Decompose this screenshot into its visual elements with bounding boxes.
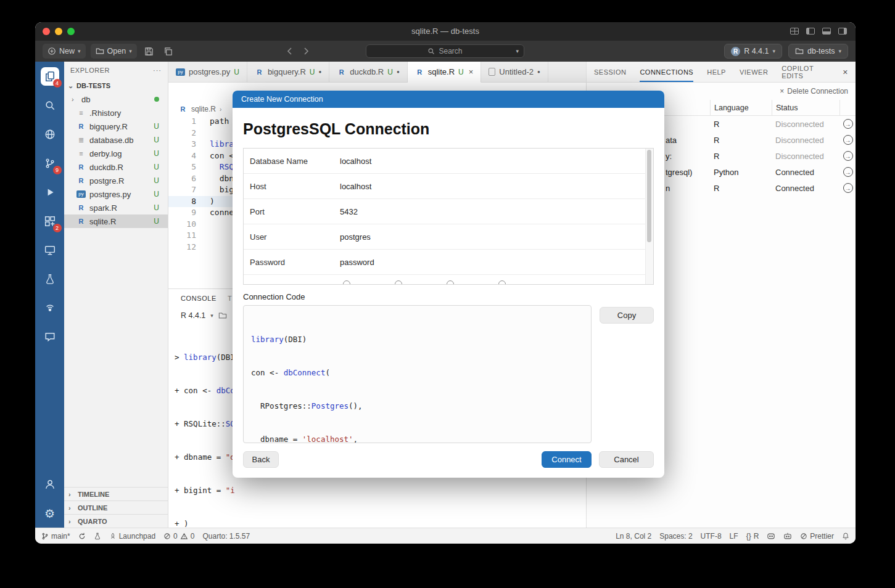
explorer-item-derby[interactable]: ≡ derby.log U	[64, 147, 168, 160]
interpreter-selector[interactable]: R R 4.4.1 ▾	[724, 44, 782, 59]
section-quarto[interactable]: › QUARTO	[64, 514, 168, 528]
save-all-button[interactable]	[161, 47, 175, 56]
tab-copilot-edits[interactable]: COPILOT EDITS	[782, 62, 829, 82]
feedback-status[interactable]	[783, 533, 792, 540]
explorer-item-spark[interactable]: R spark.R U	[64, 201, 168, 214]
password-field[interactable]: password	[340, 258, 374, 267]
section-outline[interactable]: › OUTLINE	[64, 500, 168, 514]
delete-connection-button[interactable]: Delete Connection	[787, 87, 848, 96]
copy-button[interactable]: Copy	[600, 307, 654, 324]
forward-icon[interactable]	[302, 47, 310, 55]
breadcrumb-file: sqlite.R	[191, 105, 216, 113]
quarto-status[interactable]: Quarto: 1.5.57	[202, 532, 250, 541]
modified-dot-icon[interactable]: ●	[537, 69, 540, 75]
cancel-button[interactable]: Cancel	[599, 451, 654, 468]
new-button[interactable]: New ▾	[43, 44, 86, 59]
explorer-item-bigquery[interactable]: R bigquery.R U	[64, 120, 168, 133]
close-panel-icon[interactable]: ×	[843, 62, 848, 82]
extensions-activity-button[interactable]: 2	[41, 212, 59, 231]
open-connection-icon[interactable]: →	[843, 167, 853, 177]
problems-status[interactable]: 0 0	[163, 532, 194, 541]
indentation-setting[interactable]: Spaces: 2	[659, 532, 692, 541]
explorer-item-duckdb[interactable]: R duckdb.R U	[64, 160, 168, 174]
launchpad-button[interactable]: Launchpad	[109, 532, 155, 541]
layout-grid-icon[interactable]	[790, 28, 799, 35]
copilot-status[interactable]	[767, 533, 775, 540]
port-field[interactable]: 5432	[340, 207, 358, 216]
chat-activity-button[interactable]	[41, 328, 59, 346]
session-status[interactable]	[94, 533, 101, 540]
language-mode[interactable]: {} R	[746, 532, 759, 541]
connect-button[interactable]: Connect	[542, 451, 592, 468]
encoding-setting[interactable]: UTF-8	[701, 532, 722, 541]
editor-tabs: py postgres.py U R bigquery.R U ● R duck…	[168, 62, 586, 83]
form-scrollbar[interactable]	[645, 149, 653, 284]
account-button[interactable]	[41, 475, 59, 494]
explorer-item-postgre[interactable]: R postgre.R U	[64, 174, 168, 187]
publish-activity-button[interactable]	[41, 299, 59, 317]
tab-sqlite[interactable]: R sqlite.R U ×	[408, 62, 482, 83]
tab-untitled-2[interactable]: Untitled-2 ●	[481, 62, 548, 82]
save-button[interactable]	[142, 47, 156, 56]
open-connection-icon[interactable]: →	[843, 119, 853, 129]
section-timeline[interactable]: › TIMELINE	[64, 487, 168, 500]
run-debug-activity-button[interactable]	[41, 183, 59, 202]
open-connection-icon[interactable]: →	[843, 183, 853, 193]
tab-duckdb[interactable]: R duckdb.R U ●	[329, 62, 407, 82]
sync-status[interactable]	[78, 533, 86, 540]
modified-dot-icon[interactable]: ●	[397, 69, 400, 75]
source-control-activity-button[interactable]: 9	[41, 154, 59, 173]
modified-dot-icon[interactable]: ●	[318, 69, 321, 75]
radio-button[interactable]	[343, 280, 350, 285]
tab-terminal[interactable]: T	[228, 295, 232, 302]
r-file-icon: R	[76, 177, 86, 184]
explorer-item-rhistory[interactable]: ≡ .Rhistory	[64, 106, 168, 120]
explorer-item-database[interactable]: ≣ database.db U	[64, 133, 168, 147]
cursor-position[interactable]: Ln 8, Col 2	[616, 532, 651, 541]
notifications-button[interactable]	[842, 532, 849, 540]
eol-setting[interactable]: LF	[730, 532, 738, 541]
remote-activity-button[interactable]	[41, 241, 59, 259]
project-selector[interactable]: db-tests ▾	[788, 44, 848, 59]
tab-console[interactable]: CONSOLE	[181, 295, 217, 302]
prettier-status[interactable]: Prettier	[800, 532, 834, 541]
sessions-activity-button[interactable]	[41, 125, 59, 144]
tab-viewer[interactable]: VIEWER	[740, 62, 768, 82]
layout-panel-icon[interactable]	[822, 28, 831, 35]
testing-activity-button[interactable]	[41, 270, 59, 288]
tab-connections[interactable]: CONNECTIONS	[640, 62, 693, 82]
back-icon[interactable]	[286, 47, 294, 55]
tab-bigquery[interactable]: R bigquery.R U ●	[247, 62, 329, 82]
close-tab-icon[interactable]: ×	[469, 67, 474, 76]
tab-help[interactable]: HELP	[707, 62, 726, 82]
more-actions-icon[interactable]: ···	[153, 67, 162, 74]
folder-icon[interactable]	[218, 311, 227, 320]
explorer-item-postgres-py[interactable]: py postgres.py U	[64, 187, 168, 201]
tab-session[interactable]: SESSION	[594, 62, 626, 82]
explorer-item-sqlite[interactable]: R sqlite.R U	[64, 214, 168, 228]
user-field[interactable]: postgres	[340, 232, 371, 242]
create-connection-dialog: Create New Connection PostgresSQL Connec…	[233, 91, 664, 478]
explorer-item-db[interactable]: › db	[64, 92, 168, 106]
open-connection-icon[interactable]: →	[843, 135, 853, 145]
open-button[interactable]: Open ▾	[91, 44, 137, 59]
explorer-root-folder[interactable]: ⌄ DB-TESTS	[64, 79, 168, 92]
back-button[interactable]: Back	[243, 451, 279, 468]
search-activity-button[interactable]	[41, 96, 59, 115]
tab-postgres-py[interactable]: py postgres.py U	[168, 62, 247, 82]
layout-sidebar-right-icon[interactable]	[838, 28, 847, 35]
settings-button[interactable]: ⚙	[41, 504, 59, 523]
radio-button[interactable]	[447, 280, 454, 285]
open-connection-icon[interactable]: →	[843, 151, 853, 161]
layout-sidebar-left-icon[interactable]	[806, 28, 815, 35]
scrollbar-thumb[interactable]	[647, 150, 651, 242]
radio-button[interactable]	[498, 280, 506, 285]
radio-button[interactable]	[395, 280, 402, 285]
search-input[interactable]: Search ▾	[366, 44, 524, 58]
explorer-activity-button[interactable]: 4	[41, 67, 59, 86]
database-name-field[interactable]: localhost	[340, 157, 371, 166]
console-interpreter[interactable]: R 4.4.1	[181, 311, 205, 320]
git-branch-status[interactable]: main*	[41, 532, 70, 541]
host-field[interactable]: localhost	[340, 182, 371, 191]
item-label: bigquery.R	[89, 122, 128, 131]
